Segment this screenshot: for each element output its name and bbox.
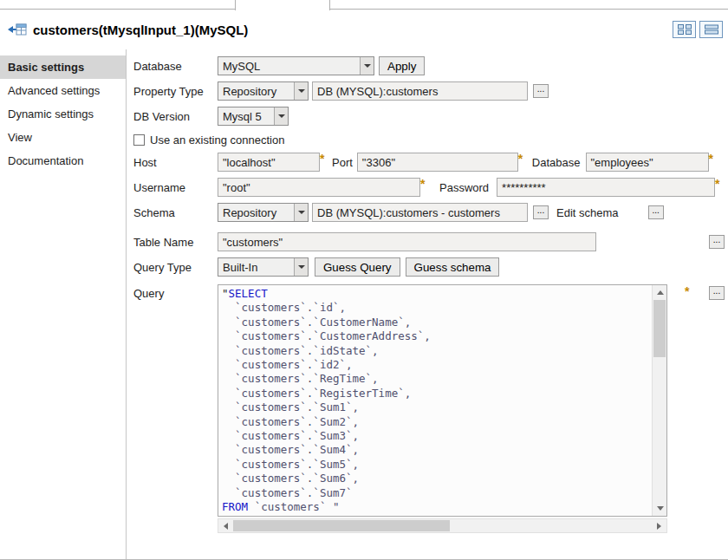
database-name-field[interactable]: "employees" [586,153,709,172]
scroll-up-button[interactable] [653,285,667,300]
mysql-component-icon [8,23,27,36]
existing-connection-row: Use an existing connection [133,132,726,147]
existing-connection-label: Use an existing connection [150,133,284,147]
scroll-right-button[interactable] [652,519,666,532]
database-dropdown[interactable]: MySQL [218,56,374,75]
vertical-scroll-thumb[interactable] [653,300,666,357]
database-name-label: Database [532,156,581,169]
query-editor[interactable]: "SELECT `customers`.`id`, `customers`.`C… [218,284,667,517]
required-marker: * [685,281,692,298]
guess-query-button[interactable]: Guess Query [315,257,400,277]
sidebar-item-documentation[interactable]: Documentation [0,149,126,173]
port-label: Port [332,156,353,169]
scroll-left-button[interactable] [218,519,233,532]
settings-sidebar: Basic settings Advanced settings Dynamic… [0,49,127,559]
editor-tab-strip [0,0,728,10]
required-marker: * [518,152,525,166]
chevron-down-icon[interactable] [294,82,308,100]
property-type-dropdown[interactable]: Repository [218,81,309,101]
schema-label: Schema [133,206,218,219]
query-vertical-scrollbar[interactable] [652,285,666,516]
edit-schema-button[interactable]: ... [648,205,664,219]
chevron-down-icon[interactable] [294,258,308,276]
required-marker: * [709,152,716,166]
page-title: customers(tMysqlInput_1)(MySQL) [33,23,248,37]
grid-view-icon [678,24,692,35]
chevron-down-icon[interactable] [360,57,374,75]
query-browse-button[interactable]: ... [709,286,725,300]
query-editor-content: "SELECT `customers`.`id`, `customers`.`C… [222,287,649,515]
required-marker: * [420,177,427,191]
required-marker: * [320,152,327,166]
password-field[interactable]: ********** [497,178,715,197]
edit-schema-label: Edit schema [556,206,619,219]
database-row: Database MySQL Apply [133,56,726,75]
host-label: Host [133,156,218,169]
schema-dropdown-value: Repository [218,206,294,219]
username-label: Username [133,181,218,194]
property-type-dropdown-value: Repository [218,85,294,98]
horizontal-scroll-thumb[interactable] [233,520,450,531]
query-type-row: Query Type Built-In Guess Query Guess sc… [133,257,726,277]
chevron-down-icon[interactable] [274,107,288,125]
sidebar-item-dynamic-settings[interactable]: Dynamic settings [0,102,126,126]
query-horizontal-scrollbar[interactable] [218,518,667,533]
component-header: customers(tMysqlInput_1)(MySQL) [0,10,728,49]
db-version-dropdown[interactable]: Mysql 5 [218,107,289,126]
credentials-row: Username "root" * Password ********** * [133,178,726,197]
db-version-row: DB Version Mysql 5 [133,107,726,126]
host-field[interactable]: "localhost" [218,153,320,172]
sidebar-item-basic-settings[interactable]: Basic settings [0,55,126,79]
password-label: Password [439,181,489,194]
schema-row: Schema Repository DB (MYSQL):customers -… [133,203,726,222]
db-version-dropdown-value: Mysql 5 [218,110,274,123]
required-marker: * [715,177,722,191]
query-label: Query [133,284,218,300]
query-type-dropdown[interactable]: Built-In [218,257,309,277]
table-name-row: Table Name "customers" ... [133,232,726,251]
query-type-label: Query Type [133,261,218,274]
query-type-dropdown-value: Built-In [218,261,294,274]
basic-settings-form: Database MySQL Apply Property Type Repos… [127,49,728,559]
db-version-label: DB Version [133,110,218,123]
existing-connection-checkbox[interactable] [133,134,145,146]
property-browse-button[interactable]: ... [533,84,549,98]
chevron-down-icon[interactable] [294,204,308,221]
sidebar-item-view[interactable]: View [0,126,126,149]
sidebar-item-advanced-settings[interactable]: Advanced settings [0,79,126,102]
guess-schema-button[interactable]: Guess schema [406,257,500,277]
property-type-label: Property Type [133,85,218,98]
port-field[interactable]: "3306" [357,153,518,172]
username-field[interactable]: "root" [218,178,420,197]
list-view-button[interactable] [699,21,723,38]
property-repository-field[interactable]: DB (MYSQL):customers [312,81,528,101]
query-row: Query "SELECT `customers`.`id`, `custome… [133,284,726,533]
table-name-field[interactable]: "customers" [218,232,596,251]
scroll-down-button[interactable] [653,501,667,516]
database-dropdown-value: MySQL [218,60,360,73]
database-label: Database [133,60,218,73]
schema-browse-button[interactable]: ... [533,205,549,219]
table-name-browse-button[interactable]: ... [709,235,725,249]
grid-view-button[interactable] [673,21,696,38]
table-name-label: Table Name [133,236,218,249]
active-editor-tab[interactable] [235,0,330,10]
schema-repository-field[interactable]: DB (MYSQL):customers - customers [312,203,528,222]
list-view-icon [705,24,718,35]
apply-button[interactable]: Apply [379,56,425,75]
host-row: Host "localhost" * Port "3306" * Databas… [133,153,726,172]
property-type-row: Property Type Repository DB (MYSQL):cust… [133,81,726,101]
schema-dropdown[interactable]: Repository [218,203,309,222]
